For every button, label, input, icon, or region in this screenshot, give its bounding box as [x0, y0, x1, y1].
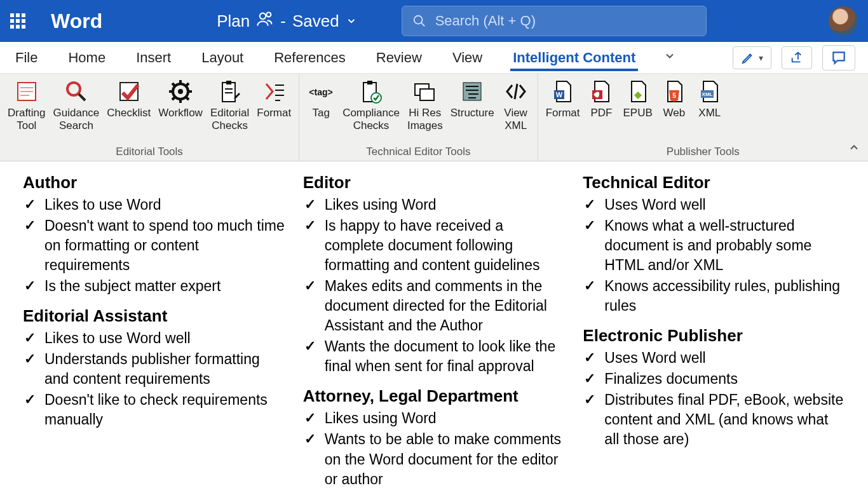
checklist-icon: [115, 78, 143, 105]
user-avatar[interactable]: [829, 6, 858, 36]
ribbon-group-label: Editorial Tools: [5, 144, 294, 161]
tag-button[interactable]: <tag> Tag: [304, 76, 337, 121]
svg-rect-30: [367, 81, 372, 85]
share-button[interactable]: [782, 46, 812, 69]
dash-separator: -: [280, 11, 286, 31]
ribbon-item-label: XML: [698, 107, 721, 119]
web-button[interactable]: 5 Web: [658, 76, 691, 121]
section-heading: Attorney, Legal Department: [303, 386, 566, 406]
xml-button[interactable]: XML XML: [693, 76, 726, 121]
ribbon-item-label: Hi Res Images: [407, 107, 443, 133]
section-heading: Author: [23, 173, 285, 193]
checklist-button[interactable]: Checklist: [104, 76, 153, 121]
pencil-icon: [741, 51, 755, 65]
document-column-3: Technical Editor Uses Word well Knows wh…: [583, 173, 845, 477]
list-item: Distributes final PDF, eBook, website co…: [583, 390, 845, 449]
app-name: Word: [51, 10, 102, 33]
save-status: Saved: [292, 11, 339, 31]
drafting-tool-icon: [13, 78, 41, 105]
checklist: Likes to use Word Doesn't want to spend …: [23, 195, 285, 296]
checklist: Uses Word well Finalizes documents Distr…: [583, 348, 845, 449]
list-item: Doesn't want to spend too much time on f…: [23, 216, 285, 275]
document-column-2: Editor Likes using Word Is happy to have…: [303, 173, 566, 477]
svg-text:<tag>: <tag>: [309, 87, 332, 97]
ribbon-item-label: Editorial Checks: [210, 107, 249, 133]
search-box[interactable]: Search (Alt + Q): [402, 6, 707, 36]
collapse-ribbon-icon[interactable]: [848, 141, 860, 157]
section-heading: Editor: [303, 173, 566, 193]
ribbon-item-label: Web: [663, 107, 685, 119]
list-item: Understands publisher formatting and con…: [23, 349, 285, 389]
list-item: Is happy to have received a complete doc…: [303, 216, 566, 275]
svg-text:XML: XML: [702, 92, 712, 97]
tab-home[interactable]: Home: [65, 44, 108, 71]
svg-line-8: [79, 94, 85, 100]
editing-mode-button[interactable]: ▾: [733, 46, 771, 69]
svg-line-18: [172, 97, 175, 100]
structure-button[interactable]: Structure: [448, 76, 497, 121]
list-item: Uses Word well: [583, 195, 845, 215]
clipboard-edit-icon: [216, 78, 244, 105]
comments-button[interactable]: [822, 45, 855, 71]
editorial-checks-button[interactable]: Editorial Checks: [208, 76, 252, 134]
ribbon-item-label: Structure: [451, 107, 494, 119]
document-status[interactable]: Plan - Saved: [217, 10, 356, 32]
tab-file[interactable]: File: [13, 44, 40, 71]
ribbon: Drafting Tool Guidance Search Checklist …: [0, 74, 868, 161]
svg-point-1: [267, 12, 271, 17]
tab-insert[interactable]: Insert: [133, 44, 173, 71]
checklist: Likes using Word Wants to be able to mak…: [303, 409, 566, 488]
list-item: Knows accessibility rules, publishing ru…: [583, 276, 845, 316]
ribbon-item-label: Compliance Checks: [342, 107, 400, 133]
document-title: Plan: [217, 11, 250, 31]
document-canvas[interactable]: Author Likes to use Word Doesn't want to…: [0, 161, 868, 488]
ribbon-item-label: Drafting Tool: [8, 107, 46, 133]
tab-intelligent-content[interactable]: Intelligent Content: [510, 44, 638, 71]
document-column-1: Author Likes to use Word Doesn't want to…: [23, 173, 285, 477]
section-heading: Technical Editor: [583, 173, 845, 193]
list-item: Wants to be able to make comments on the…: [303, 430, 566, 488]
checklist: Uses Word well Knows what a well-structu…: [583, 195, 845, 316]
compliance-checks-button[interactable]: Compliance Checks: [340, 76, 402, 134]
svg-point-11: [178, 89, 183, 94]
tab-layout[interactable]: Layout: [199, 44, 246, 71]
ribbon-item-label: PDF: [590, 107, 612, 119]
code-icon: [502, 78, 530, 105]
view-xml-button[interactable]: View XML: [499, 76, 532, 134]
tab-view[interactable]: View: [450, 44, 485, 71]
guidance-search-button[interactable]: Guidance Search: [51, 76, 102, 134]
tab-references[interactable]: References: [271, 44, 348, 71]
people-icon: [256, 10, 274, 32]
ribbon-group-technical-editor-tools: <tag> Tag Compliance Checks Hi Res Image…: [299, 74, 538, 161]
format-button[interactable]: Format: [254, 76, 294, 121]
tab-review[interactable]: Review: [374, 44, 424, 71]
svg-rect-33: [420, 89, 434, 100]
word-file-icon: W: [549, 78, 577, 105]
list-item: Likes to use Word: [23, 195, 285, 215]
svg-text:5: 5: [672, 92, 676, 99]
checklist: Likes using Word Is happy to have receiv…: [303, 195, 566, 376]
format-publisher-button[interactable]: W Format: [543, 76, 583, 121]
list-item: Finalizes documents: [583, 369, 845, 389]
tabs-overflow-chevron-icon[interactable]: [663, 50, 676, 65]
epub-button[interactable]: EPUB: [620, 76, 654, 121]
workflow-button[interactable]: Workflow: [156, 76, 205, 121]
app-launcher-icon[interactable]: [10, 13, 25, 29]
list-item: Likes using Word: [303, 195, 566, 215]
ribbon-group-label: Technical Editor Tools: [304, 144, 532, 161]
ribbon-item-label: EPUB: [623, 107, 652, 119]
section-heading: Electronic Publisher: [583, 326, 845, 346]
list-item: Likes using Word: [303, 409, 566, 428]
list-item: Wants the document to look like the fina…: [303, 337, 566, 376]
ribbon-item-label: Guidance Search: [53, 107, 100, 133]
list-item: Is the subject matter expert: [23, 276, 285, 296]
epub-file-icon: [624, 78, 652, 105]
list-item: Makes edits and comments in the document…: [303, 276, 566, 336]
images-icon: [411, 78, 439, 105]
drafting-tool-button[interactable]: Drafting Tool: [5, 76, 48, 134]
pdf-button[interactable]: PDF: [585, 76, 618, 121]
hires-images-button[interactable]: Hi Res Images: [405, 76, 445, 134]
gear-icon: [166, 78, 194, 105]
list-item: Knows what a well-structured document is…: [583, 216, 845, 275]
structure-icon: [458, 78, 486, 105]
